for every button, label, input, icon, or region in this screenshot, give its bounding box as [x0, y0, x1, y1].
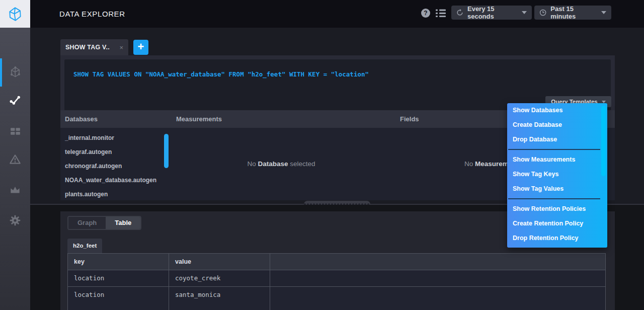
query-tab[interactable]: SHOW TAG V.. ×: [60, 39, 128, 55]
table-row-partial: [68, 303, 605, 310]
close-icon[interactable]: ×: [119, 44, 123, 51]
menu-item[interactable]: Show Databases: [507, 103, 607, 118]
database-list-item[interactable]: plants.autogen: [60, 187, 167, 200]
menu-item[interactable]: Create Retention Policy: [507, 216, 607, 231]
cell-empty: [270, 270, 605, 286]
sidebar-item-admin[interactable]: [0, 179, 30, 201]
menu-divider: [508, 198, 600, 199]
annotations-list-icon[interactable]: [436, 9, 446, 18]
menu-item[interactable]: Show Tag Keys: [507, 167, 607, 182]
timerange-label: Past 15 minutes: [550, 5, 595, 20]
page-title: DATA EXPLORER: [59, 0, 125, 28]
column-header-fields: Fields: [400, 110, 419, 128]
sidebar-item-alerts[interactable]: [0, 148, 30, 171]
sidebar-item-dashboards[interactable]: [0, 120, 30, 142]
top-bar: DATA EXPLORER ? Every 15 seconds Past 15…: [0, 0, 644, 28]
header-cell-value: value: [169, 254, 270, 270]
table-row: location santa_monica: [68, 287, 605, 303]
menu-divider: [508, 149, 600, 150]
sidebar-item-settings[interactable]: [0, 209, 30, 231]
database-list-item[interactable]: telegraf.autogen: [60, 145, 167, 159]
app-logo[interactable]: [0, 0, 30, 28]
sidebar-item-hosts[interactable]: [0, 61, 30, 83]
database-list-item[interactable]: _internal.monitor: [60, 131, 167, 145]
add-query-button[interactable]: +: [133, 40, 148, 55]
menu-group-retention: Show Retention PoliciesCreate Retention …: [507, 202, 607, 246]
header-cell-key: key: [68, 254, 169, 270]
sidebar-item-data-explorer[interactable]: [0, 89, 30, 111]
menu-item[interactable]: Show Retention Policies: [507, 202, 607, 216]
series-tab-h2o-feet[interactable]: h2o_feet: [67, 239, 102, 253]
query-tab-label: SHOW TAG V..: [65, 44, 110, 51]
database-list: _internal.monitortelegraf.autogenchronog…: [60, 128, 167, 200]
menu-scrollbar-thumb[interactable]: [601, 106, 606, 176]
database-list-item[interactable]: chronograf.autogen: [60, 159, 167, 173]
menu-item[interactable]: Drop Retention Policy: [507, 231, 607, 246]
menu-item[interactable]: Show Measurements: [507, 152, 607, 167]
menu-item[interactable]: Drop Database: [507, 132, 607, 147]
chevron-down-icon: [602, 101, 606, 103]
chronograf-data-explorer-screen: DATA EXPLORER ? Every 15 seconds Past 15…: [0, 0, 644, 310]
cell-value: santa_monica: [169, 287, 270, 303]
graph-table-toggle: Graph Table: [67, 216, 141, 230]
chevron-down-icon: [601, 11, 606, 14]
column-header-measurements: Measurements: [176, 110, 222, 128]
settings-gear-icon: [9, 214, 22, 227]
results-table-header-row: key value: [68, 254, 605, 270]
chevron-down-icon: [522, 11, 527, 14]
admin-crown-icon: [9, 183, 22, 196]
results-table-body: location coyote_creek location santa_mon…: [68, 270, 605, 303]
cell-empty: [270, 287, 605, 303]
menu-group-databases: Show DatabasesCreate DatabaseDrop Databa…: [507, 103, 607, 147]
menu-group-measurements: Show MeasurementsShow Tag KeysShow Tag V…: [507, 152, 607, 196]
results-table: key value location coyote_creek location…: [67, 253, 606, 310]
clock-icon: [539, 9, 546, 17]
timerange-dropdown[interactable]: Past 15 minutes: [534, 6, 611, 20]
query-text[interactable]: SHOW TAG VALUES ON "NOAA_water_database"…: [73, 70, 369, 78]
toggle-graph-option[interactable]: Graph: [68, 217, 106, 229]
column-header-databases: Databases: [65, 110, 98, 128]
chronograf-cubo-logo-icon: [7, 6, 23, 22]
query-templates-menu: Show DatabasesCreate DatabaseDrop Databa…: [507, 103, 607, 248]
help-icon[interactable]: ?: [421, 9, 430, 18]
alerts-triangle-icon: [9, 153, 22, 166]
cell-value: coyote_creek: [169, 270, 270, 286]
nav-sidebar: [0, 28, 30, 310]
dashboards-grid-icon: [9, 125, 22, 137]
toggle-table-option[interactable]: Table: [106, 217, 140, 229]
host-cubo-icon: [9, 66, 22, 79]
database-list-item[interactable]: NOAA_water_database.autogen: [60, 173, 167, 187]
autorefresh-label: Every 15 seconds: [467, 5, 516, 20]
cell-key: location: [68, 287, 169, 303]
no-database-message: No Database selected: [167, 159, 395, 169]
refresh-icon: [456, 9, 463, 17]
table-row: location coyote_creek: [68, 270, 605, 287]
cell-key: location: [68, 270, 169, 286]
header-cell-empty: [270, 254, 605, 270]
data-explorer-pulse-icon: [9, 94, 22, 107]
autorefresh-dropdown[interactable]: Every 15 seconds: [451, 6, 532, 20]
menu-item[interactable]: Show Tag Values: [507, 182, 607, 196]
menu-item[interactable]: Create Database: [507, 118, 607, 132]
